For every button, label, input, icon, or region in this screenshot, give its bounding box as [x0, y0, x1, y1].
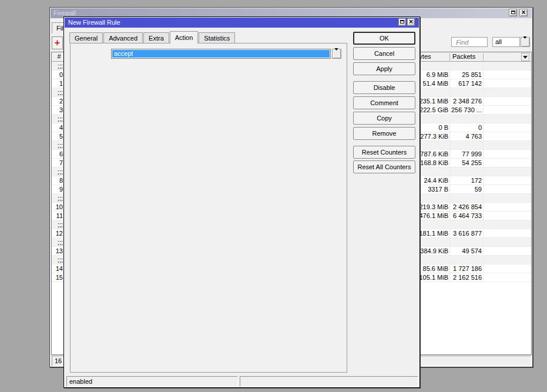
new-firewall-rule-dialog: New Firewall Rule × GeneralAdvancedExtra… — [63, 16, 420, 388]
column-divider — [449, 220, 450, 229]
column-divider — [449, 264, 450, 273]
packets-cell: 54 255 — [411, 159, 482, 167]
column-divider — [449, 238, 450, 247]
filter-select[interactable]: all — [492, 37, 520, 47]
row-number-cell: ;;; — [52, 238, 63, 246]
action-combobox[interactable]: accept — [111, 49, 331, 59]
cancel-button[interactable]: Cancel — [353, 47, 415, 60]
column-divider — [483, 106, 484, 115]
remove-button[interactable]: Remove — [353, 127, 415, 140]
row-number-cell: 13 — [52, 247, 63, 255]
down-triangle-icon — [523, 56, 528, 59]
row-number-cell: ;;; — [52, 115, 63, 123]
find-input[interactable] — [451, 37, 488, 47]
column-divider — [449, 97, 450, 106]
dialog-titlebar[interactable]: New Firewall Rule — [65, 18, 419, 28]
add-rule-button[interactable]: + — [52, 36, 63, 49]
maximize-icon — [511, 11, 515, 14]
tab-extra[interactable]: Extra — [143, 32, 169, 43]
column-divider — [483, 176, 484, 185]
tab-general[interactable]: General — [69, 32, 103, 43]
firewall-window-title: Firewall — [53, 9, 76, 16]
column-divider — [449, 53, 450, 61]
column-divider — [483, 229, 484, 238]
apply-button[interactable]: Apply — [353, 62, 415, 75]
reset-counters-button[interactable]: Reset Counters — [353, 146, 415, 159]
action-tab-panel — [70, 43, 347, 373]
dialog-close-button[interactable]: × — [407, 18, 415, 26]
row-number-cell: 2 — [52, 97, 63, 105]
column-divider — [483, 159, 484, 167]
column-divider — [483, 220, 484, 229]
column-divider — [483, 71, 484, 79]
maximize-icon — [400, 20, 404, 24]
packets-cell: 3 616 877 — [411, 229, 482, 237]
column-divider — [483, 185, 484, 194]
row-number-cell: 6 — [52, 150, 63, 158]
row-number-cell: ;;; — [52, 167, 63, 176]
column-divider — [483, 141, 484, 150]
column-divider — [483, 212, 484, 220]
ok-button[interactable]: OK — [353, 32, 415, 45]
comment-button[interactable]: Comment — [353, 96, 415, 109]
packets-cell: 49 574 — [411, 247, 482, 255]
column-divider — [483, 238, 484, 247]
column-divider — [483, 132, 484, 141]
column-divider — [449, 141, 450, 150]
maximize-button[interactable] — [509, 9, 517, 16]
close-icon: × — [520, 9, 527, 15]
column-divider — [483, 264, 484, 273]
plus-icon: + — [55, 38, 60, 48]
column-divider — [483, 53, 484, 61]
column-divider — [449, 115, 450, 123]
dropdown-arrow-icon — [335, 51, 339, 58]
column-divider — [483, 79, 484, 88]
column-divider — [449, 123, 450, 132]
column-divider — [449, 256, 450, 264]
dialog-maximize-button[interactable] — [398, 18, 406, 26]
filter-select-value: all — [495, 38, 502, 45]
column-divider — [449, 88, 450, 97]
column-divider — [483, 97, 484, 106]
tab-action[interactable]: Action — [170, 31, 199, 43]
action-combobox-arrow-button[interactable] — [332, 49, 341, 59]
packets-cell: 59 — [411, 185, 482, 193]
dialog-tab-strip: GeneralAdvancedExtraActionStatistics — [69, 32, 236, 43]
packets-cell: 172 — [411, 176, 482, 185]
column-header-packets[interactable]: Packets — [452, 52, 475, 61]
column-divider — [449, 167, 450, 176]
column-divider — [449, 132, 450, 141]
column-divider — [449, 203, 450, 212]
row-number-cell: 3 — [52, 106, 63, 114]
row-number-cell: 0 — [52, 71, 63, 79]
column-divider — [483, 62, 484, 71]
column-select-button[interactable] — [521, 53, 529, 61]
row-number-cell: 7 — [52, 159, 63, 167]
disable-button[interactable]: Disable — [353, 81, 415, 94]
close-icon: × — [408, 19, 414, 25]
column-divider — [483, 88, 484, 97]
row-number-cell: 11 — [52, 212, 63, 220]
row-number-cell: ;;; — [52, 220, 63, 229]
close-button[interactable]: × — [519, 9, 528, 16]
column-divider — [449, 247, 450, 256]
row-number-cell: 8 — [52, 176, 63, 185]
column-divider — [483, 167, 484, 176]
column-divider — [483, 273, 484, 282]
reset-all-counters-button[interactable]: Reset All Counters — [353, 160, 415, 173]
column-divider — [449, 194, 450, 203]
column-divider — [449, 79, 450, 88]
row-number-cell: 12 — [52, 229, 63, 237]
packets-cell: 6 464 733 — [411, 212, 482, 220]
row-number-cell: 14 — [52, 264, 63, 273]
column-divider — [483, 247, 484, 256]
column-divider — [449, 159, 450, 167]
tab-advanced[interactable]: Advanced — [103, 32, 143, 43]
copy-button[interactable]: Copy — [353, 112, 415, 125]
column-divider — [449, 212, 450, 220]
rule-state-status: enabled — [66, 376, 238, 387]
tab-statistics[interactable]: Statistics — [199, 32, 235, 43]
column-divider — [449, 229, 450, 238]
filter-select-arrow-button[interactable] — [521, 37, 530, 47]
column-divider — [449, 71, 450, 79]
